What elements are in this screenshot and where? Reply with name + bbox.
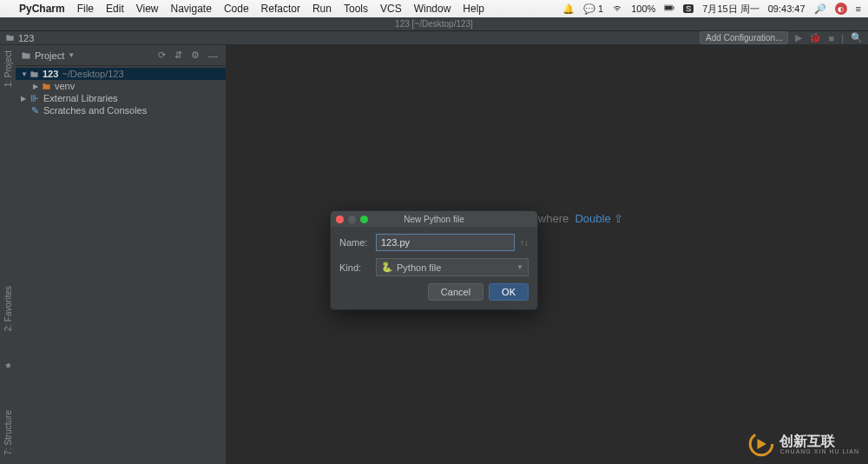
battery-icon[interactable] bbox=[664, 3, 674, 15]
menu-edit[interactable]: Edit bbox=[106, 3, 124, 15]
menu-file[interactable]: File bbox=[77, 3, 94, 15]
collapse-all-icon[interactable]: ⇵ bbox=[172, 50, 185, 61]
gutter-favorites[interactable]: 2: Favorites bbox=[3, 286, 13, 331]
search-icon[interactable]: 🔍 bbox=[851, 32, 863, 43]
updown-icon[interactable]: ↑↓ bbox=[520, 238, 529, 248]
expand-arrow-icon[interactable]: ▶ bbox=[21, 95, 30, 103]
wifi-icon[interactable] bbox=[612, 3, 622, 15]
watermark: 创新互联 CHUANG XIN HU LIAN bbox=[748, 431, 859, 457]
toolbar: 123 Add Configuration... ▶ 🐞 ■ | 🔍 bbox=[0, 31, 868, 45]
menu-refactor[interactable]: Refactor bbox=[261, 3, 300, 15]
folder-icon bbox=[5, 33, 15, 43]
watermark-text: 创新互联 bbox=[779, 434, 859, 448]
tree-root-path: ~/Desktop/123 bbox=[62, 69, 123, 79]
tree-extlib[interactable]: ▶ ⊪ External Libraries bbox=[16, 92, 226, 104]
menu-view[interactable]: View bbox=[136, 3, 159, 15]
siri-icon[interactable]: 🔔 bbox=[562, 3, 575, 15]
star-icon: ★ bbox=[4, 361, 12, 370]
svg-rect-1 bbox=[665, 6, 672, 10]
project-icon bbox=[21, 50, 31, 61]
watermark-subtext: CHUANG XIN HU LIAN bbox=[779, 448, 859, 454]
expand-arrow-icon[interactable]: ▶ bbox=[33, 83, 42, 90]
folder-icon bbox=[30, 70, 39, 79]
left-gutter: 1: Project 2: Favorites ★ 7: Structure bbox=[0, 45, 16, 464]
gutter-structure[interactable]: 7: Structure bbox=[3, 410, 13, 455]
wechat-icon[interactable]: 💬 1 bbox=[583, 3, 603, 15]
menu-run[interactable]: Run bbox=[312, 3, 332, 15]
svg-marker-4 bbox=[758, 439, 767, 449]
tree-root-name: 123 bbox=[43, 69, 58, 79]
dialog-title: New Python file bbox=[331, 215, 537, 224]
debug-icon[interactable]: 🐞 bbox=[809, 32, 821, 43]
window-title: 123 [~/Desktop/123] bbox=[395, 19, 473, 29]
project-tree: ▼ 123 ~/Desktop/123 ▶ venv ▶ ⊪ External … bbox=[16, 66, 226, 464]
sidebar-header: Project ▼ ⟳ ⇵ ⚙ — bbox=[16, 45, 226, 66]
time-text: 09:43:47 bbox=[768, 3, 806, 14]
window-titlebar: 123 [~/Desktop/123] bbox=[0, 17, 868, 31]
editor-area: Search Everywhere Double ⇧ bbox=[226, 45, 868, 464]
library-icon: ⊪ bbox=[30, 93, 40, 104]
name-label: Name: bbox=[339, 237, 371, 248]
stop-icon[interactable]: ■ bbox=[828, 33, 834, 43]
tree-item-label: Scratches and Consoles bbox=[43, 105, 147, 116]
app-name[interactable]: PyCharm bbox=[19, 3, 65, 15]
menu-window[interactable]: Window bbox=[414, 3, 451, 15]
python-icon: 🐍 bbox=[381, 262, 393, 273]
notification-icon[interactable]: ≡ bbox=[856, 3, 861, 14]
tree-venv[interactable]: ▶ venv bbox=[16, 80, 226, 92]
folder-icon bbox=[42, 82, 51, 91]
gutter-project[interactable]: 1: Project bbox=[3, 50, 13, 87]
divider: | bbox=[841, 33, 844, 43]
name-input[interactable] bbox=[376, 234, 515, 251]
control-center-icon[interactable]: ◐ bbox=[835, 3, 847, 15]
run-icon[interactable]: ▶ bbox=[795, 32, 802, 43]
hint-key: Double ⇧ bbox=[575, 212, 623, 225]
scroll-from-source-icon[interactable]: ⟳ bbox=[155, 50, 168, 61]
macos-menubar: PyCharm File Edit View Navigate Code Ref… bbox=[0, 0, 868, 17]
menu-navigate[interactable]: Navigate bbox=[171, 3, 212, 15]
svg-rect-2 bbox=[674, 6, 674, 9]
kind-value: Python file bbox=[397, 262, 441, 273]
menu-help[interactable]: Help bbox=[463, 3, 484, 15]
sidebar-title[interactable]: Project bbox=[35, 50, 64, 61]
tree-item-label: External Libraries bbox=[43, 93, 118, 103]
scratches-icon: ✎ bbox=[30, 105, 40, 116]
cancel-button[interactable]: Cancel bbox=[428, 283, 483, 301]
add-configuration-button[interactable]: Add Configuration... bbox=[700, 31, 788, 44]
project-sidebar: Project ▼ ⟳ ⇵ ⚙ — ▼ 123 ~/Desktop/123 ▶ … bbox=[16, 45, 226, 464]
watermark-logo-icon bbox=[748, 431, 774, 457]
gear-icon[interactable]: ⚙ bbox=[188, 50, 202, 61]
tree-item-label: venv bbox=[55, 81, 75, 91]
input-source-icon[interactable]: S bbox=[683, 4, 694, 13]
menu-code[interactable]: Code bbox=[224, 3, 249, 15]
ok-button[interactable]: OK bbox=[489, 283, 529, 301]
date-text: 7月15日 周一 bbox=[702, 3, 759, 16]
tree-scratches[interactable]: ▶ ✎ Scratches and Consoles bbox=[16, 104, 226, 116]
hide-icon[interactable]: — bbox=[206, 50, 220, 61]
kind-label: Kind: bbox=[339, 262, 371, 273]
menu-tools[interactable]: Tools bbox=[344, 3, 368, 15]
chevron-down-icon: ▼ bbox=[516, 263, 523, 271]
dialog-titlebar: New Python file bbox=[331, 211, 537, 227]
expand-arrow-icon[interactable]: ▼ bbox=[21, 70, 30, 78]
kind-select[interactable]: 🐍 Python file ▼ bbox=[376, 258, 529, 276]
new-python-file-dialog: New Python file Name: ↑↓ Kind: 🐍 Python … bbox=[330, 210, 538, 310]
battery-text: 100% bbox=[631, 3, 655, 14]
menu-vcs[interactable]: VCS bbox=[380, 3, 402, 15]
spotlight-icon[interactable]: 🔎 bbox=[814, 3, 826, 15]
breadcrumb[interactable]: 123 bbox=[18, 33, 34, 43]
tree-root[interactable]: ▼ 123 ~/Desktop/123 bbox=[16, 68, 226, 80]
chevron-down-icon[interactable]: ▼ bbox=[68, 51, 75, 59]
